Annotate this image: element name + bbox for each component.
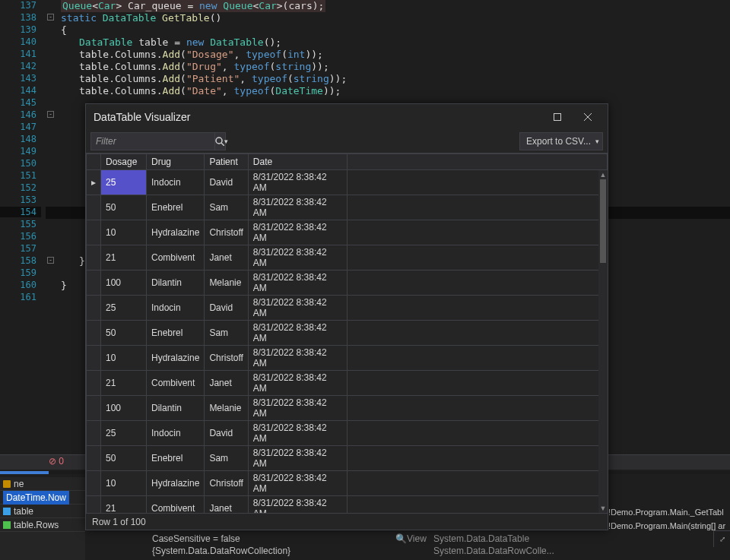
scroll-thumb[interactable]	[600, 179, 606, 263]
column-header-blank[interactable]	[347, 154, 607, 170]
fold-toggle-icon[interactable]: -	[47, 257, 54, 264]
table-row[interactable]: 10HydralazineChristoff8/31/2022 8:38:42 …	[87, 346, 608, 371]
cell-date[interactable]: 8/31/2022 8:38:42 AM	[248, 245, 347, 271]
view-link[interactable]: 🔍View	[395, 533, 427, 544]
table-row[interactable]: 25IndocinDavid8/31/2022 8:38:42 AM	[87, 296, 608, 321]
cell-patient[interactable]: Melanie	[205, 396, 248, 421]
cell-dosage[interactable]: 25	[101, 296, 147, 321]
cell-dosage[interactable]: 21	[101, 371, 147, 396]
cell-drug[interactable]: Hydralazine	[147, 220, 205, 245]
row-header-cell[interactable]	[87, 396, 101, 421]
cell-blank[interactable]	[347, 496, 607, 514]
table-row[interactable]: 21CombiventJanet8/31/2022 8:38:42 AM	[87, 496, 608, 514]
table-row[interactable]: 100DilantinMelanie8/31/2022 8:38:42 AM	[87, 396, 608, 421]
row-header-cell[interactable]	[87, 245, 101, 271]
cell-drug[interactable]: Dilantin	[147, 396, 205, 421]
cell-date[interactable]: 8/31/2022 8:38:42 AM	[248, 346, 347, 371]
cell-blank[interactable]	[347, 296, 607, 321]
cell-patient[interactable]: Sam	[205, 321, 248, 346]
row-header-cell[interactable]: ▸	[87, 170, 101, 195]
column-header-dosage[interactable]: Dosage	[101, 154, 147, 170]
cell-blank[interactable]	[347, 396, 607, 421]
cell-blank[interactable]	[347, 220, 607, 245]
row-header-cell[interactable]	[87, 220, 101, 245]
cell-drug[interactable]: Dilantin	[147, 271, 205, 296]
cell-dosage[interactable]: 10	[101, 346, 147, 371]
row-selector-header[interactable]	[87, 154, 101, 170]
cell-blank[interactable]	[347, 245, 607, 271]
cell-drug[interactable]: Hydralazine	[147, 346, 205, 371]
table-row[interactable]: 50EnebrelSam8/31/2022 8:38:42 AM	[87, 321, 608, 346]
cell-date[interactable]: 8/31/2022 8:38:42 AM	[248, 220, 347, 245]
watch-item[interactable]: DateTime.Now	[0, 491, 85, 505]
row-header-cell[interactable]	[87, 195, 101, 220]
cell-blank[interactable]	[347, 421, 607, 446]
cell-drug[interactable]: Indocin	[147, 170, 205, 195]
code-line[interactable]: table.Columns.Add("Dosage", typeof(int))…	[79, 49, 323, 61]
cell-drug[interactable]: Indocin	[147, 421, 205, 446]
row-header-cell[interactable]	[87, 271, 101, 296]
call-stack[interactable]: !Demo.Program.Main._GetTabl!Demo.Program…	[608, 508, 730, 535]
cell-blank[interactable]	[347, 471, 607, 496]
cell-dosage[interactable]: 50	[101, 321, 147, 346]
cell-blank[interactable]	[347, 271, 607, 296]
cell-dosage[interactable]: 100	[101, 271, 147, 296]
close-button[interactable]	[573, 106, 603, 128]
vertical-scrollbar[interactable]: ▲ ▼	[598, 170, 608, 513]
code-line[interactable]: Queue<Car> Car_queue = new Queue<Car>(ca…	[61, 0, 325, 12]
cell-date[interactable]: 8/31/2022 8:38:42 AM	[248, 321, 347, 346]
column-header-drug[interactable]: Drug	[147, 154, 205, 170]
table-row[interactable]: 10HydralazineChristoff8/31/2022 8:38:42 …	[87, 220, 608, 245]
cell-patient[interactable]: David	[205, 296, 248, 321]
dialog-titlebar[interactable]: DataTable Visualizer	[86, 104, 608, 130]
row-header-cell[interactable]	[87, 321, 101, 346]
cell-dosage[interactable]: 21	[101, 496, 147, 514]
data-grid[interactable]: Dosage Drug Patient Date ▸25IndocinDavid…	[86, 153, 608, 513]
scroll-up-icon[interactable]: ▲	[598, 170, 608, 179]
cell-dosage[interactable]: 50	[101, 195, 147, 220]
table-row[interactable]: 21CombiventJanet8/31/2022 8:38:42 AM	[87, 245, 608, 271]
code-line[interactable]: table.Columns.Add("Drug", typeof(string)…	[79, 61, 329, 73]
stack-frame[interactable]: !Demo.Program.Main._GetTabl	[608, 508, 730, 521]
cell-date[interactable]: 8/31/2022 8:38:42 AM	[248, 371, 347, 396]
row-header-cell[interactable]	[87, 471, 101, 496]
cell-dosage[interactable]: 50	[101, 446, 147, 471]
export-button[interactable]: Export to CSV... ▾	[519, 132, 603, 150]
cell-drug[interactable]: Indocin	[147, 296, 205, 321]
column-header-patient[interactable]: Patient	[205, 154, 248, 170]
cell-blank[interactable]	[347, 371, 607, 396]
code-line[interactable]: }	[79, 255, 85, 267]
cell-patient[interactable]: Sam	[205, 195, 248, 220]
search-options-dropdown[interactable]: ▾	[224, 138, 228, 145]
code-line[interactable]: table.Columns.Add("Patient", typeof(stri…	[79, 73, 347, 85]
cell-patient[interactable]: Melanie	[205, 271, 248, 296]
cell-blank[interactable]	[347, 346, 607, 371]
row-header-cell[interactable]	[87, 296, 101, 321]
cell-date[interactable]: 8/31/2022 8:38:42 AM	[248, 195, 347, 220]
filter-input[interactable]	[91, 136, 214, 147]
cell-date[interactable]: 8/31/2022 8:38:42 AM	[248, 471, 347, 496]
cell-drug[interactable]: Hydralazine	[147, 471, 205, 496]
code-line[interactable]: static DataTable GetTable()	[61, 12, 221, 24]
cell-blank[interactable]	[347, 446, 607, 471]
cell-drug[interactable]: Combivent	[147, 371, 205, 396]
cell-date[interactable]: 8/31/2022 8:38:42 AM	[248, 296, 347, 321]
cell-blank[interactable]	[347, 321, 607, 346]
cell-patient[interactable]: Christoff	[205, 471, 248, 496]
cell-patient[interactable]: Christoff	[205, 220, 248, 245]
watch-item[interactable]: table.Rows	[0, 518, 85, 532]
cell-date[interactable]: 8/31/2022 8:38:42 AM	[248, 421, 347, 446]
row-header-cell[interactable]	[87, 346, 101, 371]
watch-item[interactable]: ne	[0, 477, 85, 491]
code-line[interactable]: table.Columns.Add("Date", typeof(DateTim…	[79, 85, 341, 97]
code-line[interactable]: }	[61, 280, 67, 292]
code-line[interactable]: {	[61, 24, 67, 36]
cell-dosage[interactable]: 10	[101, 471, 147, 496]
cell-date[interactable]: 8/31/2022 8:38:42 AM	[248, 271, 347, 296]
cell-drug[interactable]: Combivent	[147, 496, 205, 514]
row-header-cell[interactable]	[87, 446, 101, 471]
stack-frame[interactable]: !Demo.Program.Main(string[] ar	[608, 521, 730, 535]
cell-drug[interactable]: Combivent	[147, 245, 205, 271]
cell-date[interactable]: 8/31/2022 8:38:42 AM	[248, 170, 347, 195]
cell-drug[interactable]: Enebrel	[147, 446, 205, 471]
